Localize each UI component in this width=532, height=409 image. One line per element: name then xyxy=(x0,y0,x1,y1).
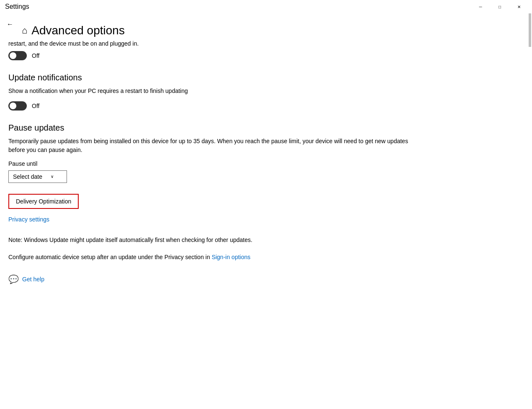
close-button[interactable]: ✕ xyxy=(509,0,529,13)
page-title: Advanced options xyxy=(31,23,125,38)
home-icon: ⌂ xyxy=(22,25,27,36)
update-notifications-heading: Update notifications xyxy=(8,73,515,82)
page-header-area: ⌂ Advanced options xyxy=(8,23,515,38)
toggle2-row: Off xyxy=(8,101,515,111)
sign-in-options-link[interactable]: Sign-in options xyxy=(212,254,251,260)
title-bar-title: Settings xyxy=(5,3,29,10)
toggle1-label: Off xyxy=(32,52,39,59)
scrollbar[interactable] xyxy=(529,13,532,409)
privacy-settings-link[interactable]: Privacy settings xyxy=(8,216,49,223)
title-bar-controls: ─ □ ✕ xyxy=(471,0,529,13)
get-help-icon: 💬 xyxy=(8,274,19,284)
main-panel: ⌂ Advanced options restart, and the devi… xyxy=(0,13,532,293)
pause-until-label: Pause until xyxy=(8,160,515,167)
get-help-row: 💬 Get help xyxy=(8,274,515,284)
toggle1-switch[interactable] xyxy=(8,51,27,60)
delivery-optimization-button-wrapper: Delivery Optimization xyxy=(8,194,515,216)
home-and-title: ⌂ Advanced options xyxy=(22,23,125,38)
chevron-down-icon: ∨ xyxy=(51,174,54,179)
toggle1-row: Off xyxy=(8,51,515,60)
toggle2-label: Off xyxy=(32,103,39,109)
maximize-button[interactable]: □ xyxy=(490,0,509,13)
delivery-optimization-button[interactable]: Delivery Optimization xyxy=(8,194,79,209)
pause-updates-desc: Temporarily pause updates from being ins… xyxy=(8,137,410,154)
update-notifications-desc: Show a notification when your PC require… xyxy=(8,87,410,95)
subtitle-text: restart, and the device must be on and p… xyxy=(8,40,515,47)
configure-text-before: Configure automatic device setup after a… xyxy=(8,254,212,260)
select-date-value: Select date xyxy=(13,173,42,180)
scrollbar-thumb[interactable] xyxy=(529,13,531,47)
minimize-button[interactable]: ─ xyxy=(471,0,490,13)
select-date-dropdown[interactable]: Select date ∨ xyxy=(8,170,67,183)
toggle2-switch[interactable] xyxy=(8,101,27,111)
note-text: Note: Windows Update might update itself… xyxy=(8,236,368,244)
get-help-link[interactable]: Get help xyxy=(22,276,44,283)
toggle2-knob xyxy=(10,103,16,109)
configure-text: Configure automatic device setup after a… xyxy=(8,253,368,262)
toggle1-knob xyxy=(10,52,16,59)
title-bar: Settings ─ □ ✕ xyxy=(0,0,532,13)
title-bar-left: Settings xyxy=(0,3,29,10)
pause-updates-heading: Pause updates xyxy=(8,123,515,133)
